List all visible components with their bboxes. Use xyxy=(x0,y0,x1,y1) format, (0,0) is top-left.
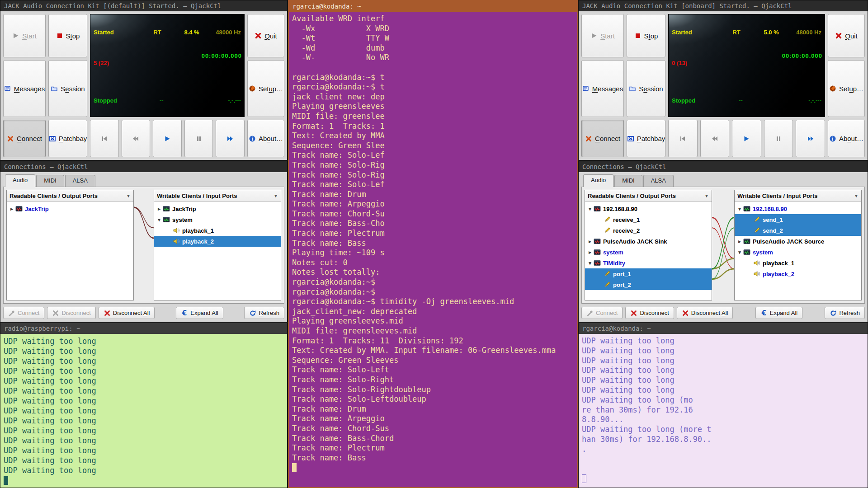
terminal-line: Text: Created by MMA xyxy=(292,131,577,141)
tab-alsa[interactable]: ALSA xyxy=(643,175,674,187)
connect-button[interactable]: Connect xyxy=(3,307,44,319)
setup-button[interactable]: Setup… xyxy=(247,60,284,117)
tree-item-in-jacktrip[interactable]: ▸ JackTrip xyxy=(154,203,281,214)
tree-item-in-playback-1[interactable]: playback_1 xyxy=(154,225,281,236)
expander-icon[interactable]: ▸ xyxy=(9,206,15,212)
gear-icon xyxy=(829,85,836,92)
messages-button[interactable]: Messages xyxy=(581,60,624,117)
tab-midi[interactable]: MIDI xyxy=(614,175,642,187)
tab-audio[interactable]: Audio xyxy=(5,174,35,187)
start-button[interactable]: Start xyxy=(3,14,46,57)
quit-button-label: Quit xyxy=(845,32,858,40)
transport-play-button[interactable] xyxy=(732,120,761,157)
disconnect-all-button[interactable]: Disconnect All xyxy=(99,307,155,319)
tree-item-out-jacktrip[interactable]: ▸ JackTrip xyxy=(7,203,133,214)
messages-button[interactable]: Messages xyxy=(3,60,46,117)
transport-rewind-button[interactable] xyxy=(700,120,730,157)
tree-item-out-port-1[interactable]: port_1 xyxy=(585,268,712,279)
tree-item-out-receive-2[interactable]: receive_2 xyxy=(585,225,712,236)
transport-skip-start-button[interactable] xyxy=(668,120,698,157)
terminal-screen[interactable]: Available WRD interf -Wx X WRD -Wt TTY W… xyxy=(289,12,577,487)
stop-button[interactable]: Stop xyxy=(627,14,665,57)
refresh-button[interactable]: Refresh xyxy=(825,307,865,319)
skip-start-icon xyxy=(101,135,108,142)
chevron-down-icon: ▼ xyxy=(126,193,131,198)
patchbay-button[interactable]: Patchbay xyxy=(627,120,665,157)
terminal-screen[interactable]: UDP waiting too longUDP waiting too long… xyxy=(579,334,868,488)
terminal-line: UDP waiting too long xyxy=(4,346,287,356)
tree-item-label: system xyxy=(172,216,193,223)
tree-item-out-port-2[interactable]: port_2 xyxy=(585,279,712,290)
play-icon xyxy=(164,135,171,142)
start-button[interactable]: Start xyxy=(581,14,624,57)
disconnect-button[interactable]: Disconnect xyxy=(47,307,95,319)
about-button[interactable]: About… xyxy=(247,120,284,157)
writable-clients-header[interactable]: Writable Clients / Input Ports ▼ xyxy=(735,190,861,202)
tree-item-out-pulseaudio-jack-sink[interactable]: ▸ PulseAudio JACK Sink xyxy=(585,236,712,247)
transport-skip-start-button[interactable] xyxy=(90,120,119,157)
transport-fast-forward-button[interactable] xyxy=(796,120,825,157)
session-button[interactable]: Session xyxy=(48,60,87,117)
expander-icon[interactable]: ▾ xyxy=(587,260,593,266)
stop-button[interactable]: Stop xyxy=(48,14,87,57)
expander-icon[interactable]: ▸ xyxy=(156,206,162,212)
tab-audio[interactable]: Audio xyxy=(583,174,613,187)
tree-item-out-192.168.8.90[interactable]: ▾ 192.168.8.90 xyxy=(585,203,712,214)
tab-midi[interactable]: MIDI xyxy=(36,175,64,187)
quit-button[interactable]: Quit xyxy=(828,14,865,57)
tree-item-in-system[interactable]: ▾ system xyxy=(154,214,281,225)
readable-clients-panel: Readable Clients / Output Ports ▼ ▸ Jack… xyxy=(6,190,134,300)
tree-item-in-playback-2[interactable]: playback_2 xyxy=(154,236,281,247)
tree-item-in-pulseaudio-jack-source[interactable]: ▸ PulseAudio JACK Source xyxy=(735,236,861,247)
session-button[interactable]: Session xyxy=(627,60,665,117)
terminal-screen[interactable]: UDP waiting too longUDP waiting too long… xyxy=(0,334,287,488)
setup-button[interactable]: Setup… xyxy=(828,60,865,117)
expand-all-button[interactable]: €Expand All xyxy=(176,307,223,319)
connect-button[interactable]: Connect xyxy=(3,120,46,157)
expander-icon[interactable]: ▾ xyxy=(736,206,743,212)
tree-item-out-system[interactable]: ▸ system xyxy=(585,247,712,258)
status-display: Started RT 5.0 % 48000 Hz 0 (13) 00:00:0… xyxy=(668,14,825,117)
expander-icon[interactable]: ▸ xyxy=(587,239,593,244)
readable-clients-panel: Readable Clients / Output Ports ▼ ▾ 192.… xyxy=(585,190,712,300)
tree-item-in-192.168.8.90[interactable]: ▾ 192.168.8.90 xyxy=(735,203,861,214)
transport-play-button[interactable] xyxy=(153,120,182,157)
disconnect-button[interactable]: Disconnect xyxy=(625,307,674,319)
transport-pause-button[interactable] xyxy=(184,120,213,157)
expander-icon[interactable]: ▸ xyxy=(587,249,593,255)
transport-rewind-button[interactable] xyxy=(122,120,151,157)
terminal-line: Track name: Solo-Lef xyxy=(292,180,577,190)
tab-alsa[interactable]: ALSA xyxy=(65,175,95,187)
expand-all-button[interactable]: €Expand All xyxy=(755,307,802,319)
writable-clients-header[interactable]: Writable Clients / Input Ports ▼ xyxy=(154,190,281,202)
terminal-line: -Wd dumb xyxy=(292,43,577,53)
tree-item-in-send-2[interactable]: send_2 xyxy=(735,225,861,236)
terminal-line: Track name: Drum xyxy=(292,404,577,414)
about-button[interactable]: About… xyxy=(828,120,865,157)
expander-icon[interactable]: ▾ xyxy=(587,206,593,212)
patchbay-button[interactable]: Patchbay xyxy=(48,120,87,157)
tree-item-label: 192.168.8.90 xyxy=(753,206,787,212)
connect-button[interactable]: Connect xyxy=(581,120,624,157)
transport-pause-button[interactable] xyxy=(764,120,793,157)
tree-item-out-receive-1[interactable]: receive_1 xyxy=(585,214,712,225)
connect-button[interactable]: Connect xyxy=(581,307,623,319)
quit-button[interactable]: Quit xyxy=(247,14,284,57)
expander-icon[interactable]: ▸ xyxy=(736,239,743,244)
readable-clients-header[interactable]: Readable Clients / Output Ports ▼ xyxy=(7,190,133,202)
disconnect-all-button[interactable]: Disconnect All xyxy=(677,307,733,319)
expander-icon[interactable]: ▾ xyxy=(736,249,743,255)
terminal-line: Playing greensleeves xyxy=(292,102,577,112)
tree-item-in-send-1[interactable]: send_1 xyxy=(735,214,861,225)
readable-clients-header[interactable]: Readable Clients / Output Ports ▼ xyxy=(585,190,712,202)
expander-icon[interactable]: ▾ xyxy=(156,217,162,223)
tree-item-in-playback-1[interactable]: playback_1 xyxy=(735,258,861,268)
transport-fast-forward-button[interactable] xyxy=(216,120,245,157)
refresh-button[interactable]: Refresh xyxy=(244,307,284,319)
dsp-load: 5.0 % xyxy=(764,29,778,36)
tree-item-in-system[interactable]: ▾ system xyxy=(735,247,861,258)
pencil-icon xyxy=(604,281,611,288)
tree-item-in-playback-2[interactable]: playback_2 xyxy=(735,268,861,279)
tree-item-out-timidity[interactable]: ▾ TiMidity xyxy=(585,258,712,268)
status-display: Started RT 8.4 % 48000 Hz 5 (22) 00:00:0… xyxy=(90,14,245,117)
